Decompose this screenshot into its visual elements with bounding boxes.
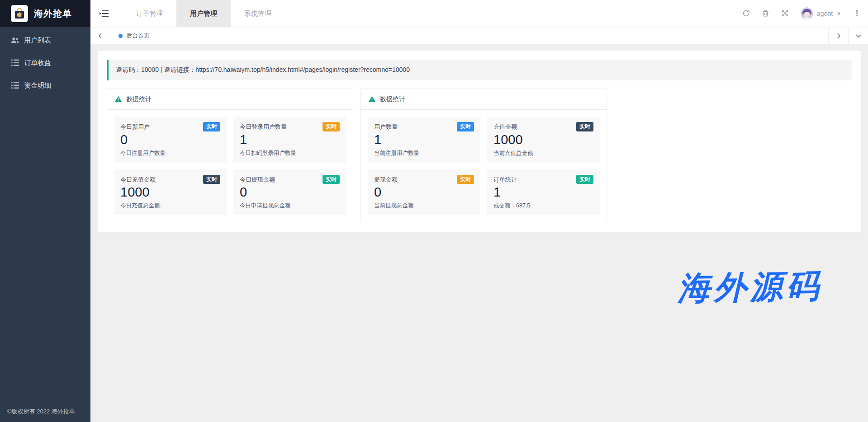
stat-panel-header: 数据统计 [107,89,353,110]
card-label: 今日登录用户数量 [240,122,287,131]
card-subtitle: 今日扫码登录用户数量 [240,150,340,157]
card-subtitle: 当前提现总金额 [374,202,474,210]
warning-icon [114,96,122,103]
topbar: 订单管理 用户管理 系统管理 agent ▼ [90,0,868,27]
menu-fold-icon [100,9,109,18]
stat-panel-header: 数据统计 [361,89,607,110]
top-nav-order-management[interactable]: 订单管理 [122,0,176,27]
stat-card-withdraw-total: 提现金额 实时 0 当前提现总金额 [368,169,480,216]
stat-card-user-count: 用户数量 实时 1 当前注册用户数量 [368,117,480,163]
top-nav-system-management[interactable]: 系统管理 [231,0,285,27]
copyright-text: ©版权所有 2022 海外抢单 [7,408,75,416]
refresh-icon[interactable] [742,9,750,17]
card-value: 1000 [493,132,593,148]
card-label: 今日提现金额 [240,175,275,184]
card-value: 0 [374,184,474,200]
stat-card-order-stats: 订单统计 实时 1 成交额：687.5 [487,169,600,216]
fullscreen-icon[interactable] [781,9,789,17]
tabs-menu-button[interactable] [848,28,868,44]
app-logo-icon [11,5,28,22]
tab-label: 后台首页 [126,32,150,40]
stat-panels-row: 数据统计 今日新用户 实时 0 今日注册用户数量 今日登录用户数量 实时 [98,89,861,232]
user-name: agent [817,10,833,17]
card-subtitle: 今日注册用户数量 [120,150,220,157]
card-value: 0 [240,184,340,200]
sidebar-item-label: 用户列表 [24,36,51,45]
realtime-badge: 实时 [323,175,340,184]
card-label: 提现金额 [374,175,398,184]
card-value: 1 [493,184,593,200]
card-subtitle: 当前注册用户数量 [374,150,474,157]
app-title: 海外抢单 [34,8,72,20]
sidebar-item-label: 订单收益 [24,59,51,67]
invite-banner-text: 邀请码：10000 | 邀请链接：https://70.haiwaiym.top… [116,66,410,74]
realtime-badge: 实时 [457,122,474,131]
stat-card-logins-today: 今日登录用户数量 实时 1 今日扫码登录用户数量 [233,117,346,163]
logo-bar: 海外抢单 [0,0,90,27]
watermark-text: 海外源码 [677,264,823,310]
card-label: 订单统计 [493,175,517,184]
tabbar-spacer [158,28,828,44]
main-content: 邀请码：10000 | 邀请链接：https://70.haiwaiym.top… [98,51,861,232]
invite-banner: 邀请码：10000 | 邀请链接：https://70.haiwaiym.top… [107,60,852,80]
sidebar-item-user-list[interactable]: 用户列表 [0,29,90,52]
chevron-right-icon [836,33,841,38]
sidebar-item-order-income[interactable]: 订单收益 [0,52,90,74]
warning-icon [368,96,376,103]
trash-icon[interactable] [762,9,769,17]
page-tabbar: 后台首页 [90,27,868,44]
panel-title: 数据统计 [380,95,405,103]
card-label: 用户数量 [374,122,398,131]
user-menu[interactable]: agent ▼ [801,7,841,20]
tabs-scroll-left-button[interactable] [90,28,110,44]
list-icon [11,82,19,89]
stat-card-withdraw-today: 今日提现金额 实时 0 今日申请提现总金额 [233,169,346,216]
more-options-icon[interactable]: ⋮ [853,9,861,17]
card-value: 0 [120,132,220,148]
card-value: 1 [374,132,474,148]
card-subtitle: 成交额：687.5 [493,202,593,210]
card-label: 充值金额 [493,122,517,131]
card-label: 今日充值金额 [120,175,156,184]
realtime-badge: 实时 [576,122,593,131]
tabs-scroll-right-button[interactable] [828,28,848,44]
topbar-actions: agent ▼ ⋮ [742,7,868,20]
realtime-badge: 实时 [457,175,474,184]
sidebar-menu: 用户列表 订单收益 资金明细 [0,27,90,97]
card-subtitle: 今日申请提现总金额 [240,202,340,210]
realtime-badge: 实时 [323,122,340,131]
chevron-left-icon [98,33,103,38]
sidebar-item-label: 资金明细 [24,81,51,90]
top-nav-user-management[interactable]: 用户管理 [176,0,231,27]
realtime-badge: 实时 [203,122,220,131]
cards-grid: 用户数量 实时 1 当前注册用户数量 充值金额 实时 1000 当前充值总金额 [361,110,607,222]
tab-dashboard-home[interactable]: 后台首页 [110,28,158,44]
chevron-down-icon [856,33,861,38]
menu-fold-button[interactable] [90,0,118,27]
card-value: 1000 [120,184,220,200]
stat-panel-total: 数据统计 用户数量 实时 1 当前注册用户数量 充值金额 实时 1000 [360,89,607,222]
card-label: 今日新用户 [120,122,150,131]
card-subtitle: 今日充值总金额. [120,202,220,210]
realtime-badge: 实时 [203,175,220,184]
sidebar: 海外抢单 用户列表 订单收益 资金明细 [0,0,90,422]
stat-panel-today: 数据统计 今日新用户 实时 0 今日注册用户数量 今日登录用户数量 实时 [107,89,353,222]
card-value: 1 [240,132,340,148]
stat-card-recharge-today: 今日充值金额 实时 1000 今日充值总金额. [114,169,227,216]
sidebar-item-fund-details[interactable]: 资金明细 [0,74,90,97]
avatar [801,7,813,20]
stat-card-new-users-today: 今日新用户 实时 0 今日注册用户数量 [114,117,227,163]
card-subtitle: 当前充值总金额 [493,150,593,157]
top-nav: 订单管理 用户管理 系统管理 [122,0,285,27]
active-tab-dot [119,34,123,38]
list-icon [11,59,19,66]
stat-card-recharge-total: 充值金额 实时 1000 当前充值总金额 [487,117,600,163]
cards-grid: 今日新用户 实时 0 今日注册用户数量 今日登录用户数量 实时 1 今日扫码登录… [107,110,353,222]
panel-title: 数据统计 [126,95,152,103]
realtime-badge: 实时 [576,175,593,184]
chevron-down-icon: ▼ [836,11,841,16]
users-icon [11,37,19,44]
